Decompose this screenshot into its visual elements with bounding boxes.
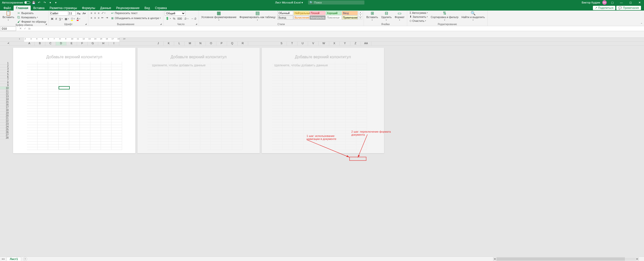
align-center-button[interactable]: ≡ <box>93 16 96 20</box>
number-format-select[interactable]: Общий <box>165 11 185 16</box>
col-header-I[interactable]: I <box>109 42 119 45</box>
col-header-F[interactable]: F <box>77 42 88 45</box>
sheet-tab[interactable]: Лист1 <box>7 257 21 261</box>
orientation-button[interactable]: ⤢ ▾ <box>101 11 106 15</box>
row-header-9[interactable]: 9 <box>0 84 10 87</box>
indent-increase-button[interactable]: ⇥ <box>105 16 109 20</box>
sort-filter-button[interactable]: ⇅Сортировка и фильтр▾ <box>430 11 459 22</box>
col-header-S[interactable]: S <box>276 42 287 45</box>
row-header-1[interactable]: 1 <box>0 62 10 65</box>
col-header-P[interactable]: P <box>216 42 227 45</box>
tab-рецензирование[interactable]: Рецензирование <box>113 6 142 11</box>
row-header-21[interactable]: 21 <box>0 117 10 120</box>
col-header-M[interactable]: M <box>185 42 195 45</box>
sheet-nav-prev[interactable]: ◂ <box>2 257 3 260</box>
col-header-AA[interactable]: AA <box>361 42 371 45</box>
col-header-Q[interactable]: Q <box>227 42 238 45</box>
horizontal-scrollbar[interactable]: ◂ ▸ <box>493 257 639 261</box>
insert-cells-button[interactable]: ⊞Вставить▾ <box>365 11 379 22</box>
collapse-ribbon-icon[interactable]: ⌃ <box>640 23 642 25</box>
decrease-font-button[interactable]: A▾ <box>82 12 87 15</box>
sheet-nav-next[interactable]: ▸ <box>4 257 5 260</box>
row-header-25[interactable]: 25 <box>0 128 10 131</box>
underline-button[interactable]: Ч ▾ <box>58 17 63 21</box>
ribbon-display-icon[interactable]: ▢ <box>609 0 616 5</box>
conditional-formatting-button[interactable]: ▦ Условное форматирование▾ <box>200 11 238 22</box>
scroll-right-button[interactable]: ▸ <box>635 257 639 261</box>
touch-mode-icon[interactable]: ▾ <box>48 1 52 5</box>
close-icon[interactable]: ✕ <box>636 0 643 5</box>
format-cells-button[interactable]: ▭Формат▾ <box>394 11 405 22</box>
name-box[interactable] <box>1 26 16 31</box>
active-cell[interactable] <box>59 86 70 89</box>
col-header-W[interactable]: W <box>319 42 329 45</box>
tab-файл[interactable]: Файл <box>1 6 14 11</box>
comments-button[interactable]: 💬 Примечания <box>616 6 641 10</box>
italic-button[interactable]: К <box>55 17 58 21</box>
style-Примечание[interactable]: Примечание <box>342 16 358 20</box>
row-header-6[interactable]: 6 <box>0 76 10 78</box>
dialog-launcher-icon[interactable]: ◢ <box>85 23 88 25</box>
align-middle-button[interactable]: ≡ <box>93 11 96 15</box>
col-header-R[interactable]: R <box>238 42 248 45</box>
col-header-U[interactable]: U <box>297 42 308 45</box>
save-icon[interactable]: 💾 <box>32 1 36 5</box>
align-right-button[interactable]: ≡ <box>97 16 100 20</box>
minimize-icon[interactable]: — <box>618 0 625 5</box>
style-Контрольна...[interactable]: Контрольна... <box>310 16 325 20</box>
style-Вывод[interactable]: Вывод <box>278 16 293 20</box>
row-header-2[interactable]: 2 <box>0 65 10 67</box>
increase-decimal-button[interactable]: .0→ <box>183 17 190 20</box>
gallery-more[interactable]: ⊟ <box>359 17 362 19</box>
format-as-table-button[interactable]: ▤ Форматировать как таблицу▾ <box>239 11 277 22</box>
dialog-launcher-icon[interactable]: ◢ <box>196 23 198 25</box>
merge-center-button[interactable]: ⊞Объединить и поместить в центре ▾ <box>110 16 162 20</box>
row-header-22[interactable]: 22 <box>0 120 10 123</box>
autosum-button[interactable]: Σ Автосумма ▾ <box>409 11 429 15</box>
col-header-C[interactable]: C <box>45 42 56 45</box>
header-hint[interactable]: Добавьте верхний колонтитул <box>13 55 135 59</box>
row-header-19[interactable]: 19 <box>0 112 10 114</box>
redo-icon[interactable]: ↷ <box>43 1 47 5</box>
col-header-B[interactable]: B <box>35 42 45 45</box>
cancel-formula-icon[interactable]: ✕ <box>18 26 23 31</box>
col-header-L[interactable]: L <box>174 42 185 45</box>
row-header-15[interactable]: 15 <box>0 100 10 103</box>
autosave-toggle[interactable]: Автосохранение <box>2 1 30 4</box>
row-header-13[interactable]: 13 <box>0 95 10 98</box>
style-Хороший[interactable]: Хороший <box>326 11 342 15</box>
delete-cells-button[interactable]: ⊟Удалить▾ <box>380 11 393 22</box>
col-header-D[interactable]: D <box>56 42 66 45</box>
col-header-J[interactable]: J <box>153 42 164 45</box>
copy-button[interactable]: ⿻Копировать ▾ <box>16 15 47 19</box>
cut-button[interactable]: ✂Вырезать <box>16 11 47 15</box>
row-header-18[interactable]: 18 <box>0 109 10 112</box>
col-header-V[interactable]: V <box>308 42 319 45</box>
header-hint[interactable]: Добавьте верхний колонтитул <box>137 55 260 59</box>
undo-icon[interactable]: ↶ <box>37 1 41 5</box>
col-header-O[interactable]: O <box>206 42 216 45</box>
row-header-7[interactable]: 7 <box>0 78 10 81</box>
increase-font-button[interactable]: A▴ <box>76 12 81 15</box>
row-header-27[interactable]: 27 <box>0 134 10 136</box>
tab-вставка[interactable]: Вставка <box>31 6 47 11</box>
user-avatar[interactable]: ВК <box>602 0 607 5</box>
tab-главная[interactable]: Главная <box>14 6 31 11</box>
col-header-X[interactable]: X <box>329 42 340 45</box>
gallery-scroll-up[interactable]: ▴ <box>359 11 362 14</box>
col-header-G[interactable]: G <box>88 42 98 45</box>
search-box[interactable]: 🔍 <box>308 1 364 5</box>
col-header-Y[interactable]: Y <box>340 42 350 45</box>
col-header-T[interactable]: T <box>287 42 297 45</box>
header-hint[interactable]: Добавьте верхний колонтитул <box>262 55 384 59</box>
fill-button[interactable]: ⬇ Заполнить ▾ <box>409 15 429 19</box>
style-Ввод[interactable]: Ввод <box>342 11 358 15</box>
col-header-E[interactable]: E <box>66 42 77 45</box>
wrap-text-button[interactable]: ↩Переносить текст <box>110 11 162 15</box>
style-Нейтральный[interactable]: Нейтральный <box>294 11 309 15</box>
decrease-decimal-button[interactable]: ←.0 <box>190 17 197 20</box>
tab-данные[interactable]: Данные <box>98 6 113 11</box>
align-top-button[interactable]: ≡ <box>90 11 93 15</box>
col-header-Z[interactable]: Z <box>350 42 361 45</box>
row-header-20[interactable]: 20 <box>0 114 10 117</box>
